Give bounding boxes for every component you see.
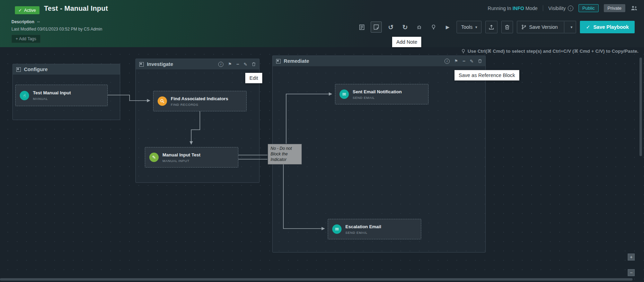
edit-icon[interactable]: ✎ [244, 62, 247, 67]
step-subtitle: MANUAL [33, 97, 71, 101]
block-actions: i ⚑ − ✎ [444, 58, 482, 64]
check-icon: ✓ [586, 24, 590, 30]
canvas-hint: Use Ctrl(⌘ Cmd) to select step(s) and Ct… [461, 48, 638, 54]
block-configure[interactable]: Configure ☝ Test Manual Input MANUAL [12, 64, 120, 120]
zoom-in-button[interactable]: + [628, 254, 635, 260]
hint-text: Use Ctrl(⌘ Cmd) to select step(s) and Ct… [468, 48, 638, 54]
step-subtitle: SEND EMAIL [353, 96, 402, 100]
chevron-down-icon: ▾ [475, 25, 477, 29]
visibility-label: Visibility i [548, 6, 573, 11]
manual-input-icon: ✎ [149, 153, 159, 162]
step-test-manual-input[interactable]: ☝ Test Manual Input MANUAL [15, 85, 108, 106]
branch-icon [521, 25, 526, 29]
block-icon [276, 59, 281, 63]
running-mode-text: Running In INFO Mode [488, 6, 538, 11]
undo-icon[interactable]: ↺ [386, 22, 396, 32]
edit-tooltip: Edit [245, 73, 262, 83]
horizontal-scrollbar[interactable] [0, 278, 633, 281]
export-icon[interactable] [485, 21, 497, 33]
visibility-public-button[interactable]: Public [579, 4, 598, 12]
block-title: Investigate [147, 61, 173, 67]
teams-icon[interactable] [630, 6, 638, 11]
add-note-icon[interactable] [371, 22, 382, 33]
block-title: Configure [24, 67, 47, 72]
block-title: Remediate [284, 58, 309, 64]
trash-icon[interactable] [252, 62, 256, 66]
step-title: Manual Input Test [162, 152, 201, 157]
status-label: Active [24, 8, 36, 13]
delete-icon[interactable] [501, 21, 513, 33]
step-sent-email-notification[interactable]: ✉ Sent Email Notification SEND EMAIL [335, 84, 429, 104]
block-actions: i ⚑ − ✎ [218, 61, 256, 67]
add-tags-button[interactable]: + Add Tags [11, 35, 41, 43]
email-icon: ✉ [332, 224, 342, 234]
step-manual-input-test[interactable]: ✎ Manual Input Test MANUAL INPUT [145, 147, 238, 168]
header: ✓ Active Test - Manual Input Description… [0, 0, 644, 47]
step-subtitle: MANUAL INPUT [162, 159, 201, 163]
page-title: Test - Manual Input [44, 5, 108, 12]
block-investigate[interactable]: Investigate i ⚑ − ✎ Find Associated Indi… [135, 59, 259, 183]
save-as-reference-block-tooltip: Save as Reference Block [455, 70, 519, 80]
collapse-icon[interactable]: − [462, 58, 465, 64]
save-playbook-label: Save Playbook [593, 24, 629, 30]
execution-history-icon[interactable] [356, 22, 367, 32]
debug-icon[interactable] [414, 22, 424, 32]
block-icon [16, 67, 21, 72]
step-subtitle: FIND RECORDS [171, 103, 228, 106]
redo-icon[interactable]: ↻ [400, 22, 410, 32]
divider [543, 5, 543, 11]
tools-label: Tools [461, 24, 473, 30]
last-modified: Last Modified 03/01/2023 03:52 PM by CS … [11, 27, 102, 32]
trash-icon[interactable] [478, 59, 482, 63]
run-playbook-icon[interactable]: ▶ [442, 22, 453, 32]
description-label: Description [11, 19, 34, 24]
step-title: Sent Email Notification [353, 89, 402, 94]
hint-lightbulb-icon [461, 49, 466, 54]
save-playbook-button[interactable]: ✓ Save Playbook [580, 21, 635, 33]
status-badge[interactable]: ✓ Active [15, 6, 39, 14]
save-version-label: Save Version [529, 24, 558, 30]
visibility-private-button[interactable]: Private [604, 4, 625, 12]
block-remediate[interactable]: Remediate i ⚑ − ✎ ✉ Sent Email Notificat… [272, 55, 486, 253]
find-records-icon [158, 96, 167, 106]
lightbulb-icon[interactable] [428, 22, 439, 32]
step-title: Escalation Email [345, 224, 381, 229]
check-icon: ✓ [18, 8, 22, 13]
description-value: -- [37, 19, 40, 24]
save-version-button[interactable]: Save Version ▾ [517, 21, 576, 33]
step-subtitle: SEND EMAIL [345, 231, 381, 234]
step-escalation-email[interactable]: ✉ Escalation Email SEND EMAIL [328, 219, 421, 239]
tools-dropdown[interactable]: Tools ▾ [457, 21, 482, 33]
playbook-designer: ✓ Active Test - Manual Input Description… [0, 0, 644, 282]
reference-flag-icon[interactable]: ⚑ [228, 62, 232, 67]
block-icon [139, 62, 144, 67]
edge-condition-label[interactable]: No - Do not Block the Indicator [268, 144, 302, 164]
step-find-associated-indicators[interactable]: Find Associated Indicators FIND RECORDS [153, 91, 247, 111]
divider [564, 22, 564, 33]
collapse-icon[interactable]: − [236, 61, 239, 67]
reference-flag-icon[interactable]: ⚑ [454, 59, 458, 63]
edit-icon[interactable]: ✎ [470, 59, 474, 64]
block-remediate-header[interactable]: Remediate i ⚑ − ✎ [273, 56, 485, 66]
manual-trigger-icon: ☝ [20, 91, 29, 100]
step-title: Find Associated Indicators [171, 96, 228, 101]
email-icon: ✉ [339, 89, 349, 99]
block-configure-header[interactable]: Configure [13, 64, 120, 75]
mode-value: INFO [512, 6, 524, 11]
save-version-caret-icon[interactable]: ▾ [567, 25, 576, 29]
meta-row: Running In INFO Mode Visibility i Public… [488, 4, 638, 12]
vertical-scrollbar[interactable] [639, 58, 642, 156]
zoom-out-button[interactable]: − [628, 269, 635, 276]
designer-toolbar: ↺ ↻ ▶ Tools ▾ [356, 21, 635, 33]
block-investigate-header[interactable]: Investigate i ⚑ − ✎ [136, 59, 259, 69]
info-icon[interactable]: i [444, 59, 450, 64]
description-row: Description-- [11, 19, 40, 24]
info-icon[interactable]: i [218, 62, 223, 67]
add-note-tooltip: Add Note [392, 37, 421, 47]
step-title: Test Manual Input [33, 90, 71, 95]
info-icon[interactable]: i [568, 6, 573, 11]
